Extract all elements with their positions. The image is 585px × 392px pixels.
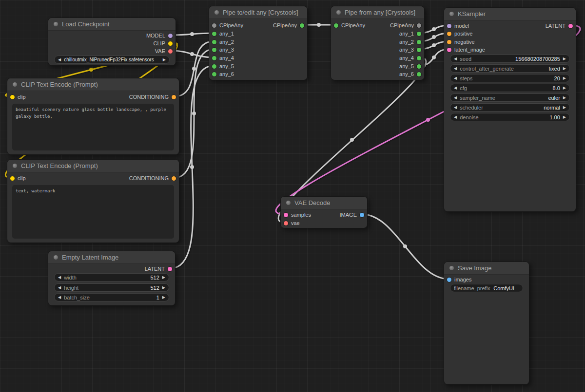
- node-title-bar[interactable]: KSampler: [444, 8, 576, 20]
- output-slot-any-2[interactable]: any_2: [399, 38, 421, 46]
- prompt-textarea[interactable]: text, watermark: [12, 185, 174, 239]
- cpipe-slot-connector[interactable]: [300, 23, 304, 28]
- node-clip-text-encode-positive[interactable]: CLIP Text Encode (Prompt) clip CONDITION…: [7, 78, 179, 155]
- node-vae-decode[interactable]: VAE Decode samples IMAGE vae: [280, 196, 368, 228]
- height-stepper[interactable]: ◀ height 512 ▶: [54, 283, 169, 292]
- next-option-icon[interactable]: ▶: [163, 58, 166, 62]
- vae-slot-connector[interactable]: [168, 49, 173, 54]
- increment-icon[interactable]: ▶: [563, 57, 566, 61]
- node-title-bar[interactable]: Load Checkpoint: [48, 18, 176, 31]
- node-title-bar[interactable]: CLIP Text Encode (Prompt): [7, 160, 179, 172]
- output-slot-image[interactable]: IMAGE: [340, 211, 364, 219]
- decrement-icon[interactable]: ◀: [454, 86, 457, 90]
- batch-size-stepper[interactable]: ◀ batch_size 1 ▶: [54, 293, 169, 301]
- output-slot-any-3[interactable]: any_3: [399, 46, 421, 54]
- filename-prefix-field[interactable]: filename_prefix ComfyUI: [450, 284, 523, 292]
- output-slot-conditioning[interactable]: CONDITIONING: [129, 174, 176, 182]
- cpipe-slot-connector[interactable]: [417, 23, 421, 28]
- output-slot-clip[interactable]: CLIP: [154, 39, 173, 47]
- clip-slot-connector[interactable]: [168, 41, 173, 46]
- decrement-icon[interactable]: ◀: [58, 286, 61, 290]
- output-slot-cpipeany[interactable]: CPipeAny: [273, 21, 304, 29]
- any-slot-connector[interactable]: [417, 48, 421, 52]
- conditioning-slot-connector[interactable]: [447, 40, 451, 44]
- cfg-stepper[interactable]: ◀ cfg 8.0 ▶: [450, 84, 570, 92]
- latent-slot-connector[interactable]: [447, 48, 451, 52]
- any-slot-connector[interactable]: [417, 72, 421, 76]
- input-slot-any-1[interactable]: any_1: [212, 30, 234, 37]
- collapse-dot-icon[interactable]: [13, 164, 17, 168]
- clip-slot-connector[interactable]: [10, 176, 15, 181]
- output-slot-any-6[interactable]: any_6: [399, 70, 421, 78]
- vae-slot-connector[interactable]: [284, 221, 288, 225]
- decrement-icon[interactable]: ◀: [58, 276, 61, 280]
- image-slot-connector[interactable]: [360, 213, 364, 217]
- next-option-icon[interactable]: ▶: [563, 106, 566, 110]
- collapse-dot-icon[interactable]: [286, 201, 291, 205]
- input-slot-latent-image[interactable]: latent_image: [447, 46, 485, 54]
- output-slot-model[interactable]: MODEL: [146, 32, 173, 39]
- input-slot-clip[interactable]: clip: [10, 174, 26, 182]
- any-slot-connector[interactable]: [417, 64, 421, 69]
- input-slot-clip[interactable]: clip: [10, 93, 26, 101]
- node-load-checkpoint[interactable]: Load Checkpoint MODEL CLIP VAE ◀ chillou…: [48, 18, 176, 66]
- input-slot-samples[interactable]: samples: [284, 211, 311, 219]
- prev-option-icon[interactable]: ◀: [454, 96, 457, 100]
- any-slot-connector[interactable]: [212, 40, 216, 44]
- output-slot-conditioning[interactable]: CONDITIONING: [129, 93, 176, 101]
- prev-option-icon[interactable]: ◀: [58, 58, 61, 62]
- collapse-dot-icon[interactable]: [449, 12, 454, 16]
- input-slot-positive[interactable]: positive: [447, 30, 472, 37]
- latent-slot-connector[interactable]: [284, 213, 288, 217]
- input-slot-cpipeany[interactable]: CPipeAny: [212, 21, 243, 29]
- cpipe-slot-connector[interactable]: [334, 23, 338, 28]
- output-slot-latent[interactable]: LATENT: [546, 22, 573, 30]
- input-slot-any-5[interactable]: any_5: [212, 62, 234, 70]
- prev-option-icon[interactable]: ◀: [454, 106, 457, 110]
- image-slot-connector[interactable]: [447, 278, 451, 282]
- node-title-bar[interactable]: Pipe from any [Crystools]: [331, 6, 424, 19]
- increment-icon[interactable]: ▶: [162, 286, 165, 290]
- node-title-bar[interactable]: Empty Latent Image: [48, 251, 175, 264]
- prompt-textarea[interactable]: beautiful scenery nature glass bottle la…: [12, 104, 174, 150]
- next-option-icon[interactable]: ▶: [563, 96, 566, 100]
- steps-stepper[interactable]: ◀ steps 20 ▶: [450, 74, 570, 82]
- any-slot-connector[interactable]: [212, 64, 216, 69]
- collapse-dot-icon[interactable]: [54, 22, 58, 26]
- latent-slot-connector[interactable]: [168, 267, 172, 271]
- any-slot-connector[interactable]: [212, 72, 216, 76]
- input-slot-any-4[interactable]: any_4: [212, 54, 234, 62]
- node-title-bar[interactable]: Save Image: [444, 262, 529, 275]
- any-slot-connector[interactable]: [212, 56, 216, 60]
- collapse-dot-icon[interactable]: [13, 82, 17, 87]
- latent-slot-connector[interactable]: [568, 24, 573, 28]
- collapse-dot-icon[interactable]: [54, 255, 58, 260]
- collapse-dot-icon[interactable]: [449, 266, 454, 270]
- input-slot-negative[interactable]: negative: [447, 38, 475, 46]
- input-slot-cpipeany[interactable]: CPipeAny: [334, 21, 365, 29]
- decrement-icon[interactable]: ◀: [454, 57, 457, 61]
- any-slot-connector[interactable]: [417, 32, 421, 36]
- scheduler-combo[interactable]: ◀ scheduler normal ▶: [450, 103, 570, 112]
- conditioning-slot-connector[interactable]: [172, 95, 176, 99]
- node-graph-canvas[interactable]: Load Checkpoint MODEL CLIP VAE ◀ chillou…: [0, 0, 585, 392]
- cpipe-slot-connector[interactable]: [212, 23, 216, 28]
- denoise-stepper[interactable]: ◀ denoise 1.00 ▶: [450, 113, 570, 121]
- increment-icon[interactable]: ▶: [563, 86, 566, 90]
- output-slot-any-1[interactable]: any_1: [399, 30, 421, 37]
- output-slot-any-5[interactable]: any_5: [399, 62, 421, 70]
- node-pipe-to-edit-any[interactable]: Pipe to/edit any [Crystools] CPipeAny CP…: [209, 6, 308, 80]
- node-empty-latent-image[interactable]: Empty Latent Image LATENT ◀ width 512 ▶ …: [48, 251, 176, 306]
- any-slot-connector[interactable]: [212, 48, 216, 52]
- ckpt-name-combo[interactable]: ◀ chilloutmix_NiPrunedFp32Fix.safetensor…: [54, 56, 170, 64]
- output-slot-cpipeany[interactable]: CPipeAny: [390, 21, 421, 29]
- clip-slot-connector[interactable]: [10, 95, 15, 99]
- node-title-bar[interactable]: CLIP Text Encode (Prompt): [7, 78, 179, 91]
- next-option-icon[interactable]: ▶: [563, 67, 566, 71]
- any-slot-connector[interactable]: [417, 40, 421, 44]
- model-slot-connector[interactable]: [447, 24, 451, 28]
- input-slot-any-2[interactable]: any_2: [212, 38, 234, 46]
- increment-icon[interactable]: ▶: [162, 296, 165, 299]
- input-slot-any-3[interactable]: any_3: [212, 46, 234, 54]
- input-slot-images[interactable]: images: [447, 276, 471, 283]
